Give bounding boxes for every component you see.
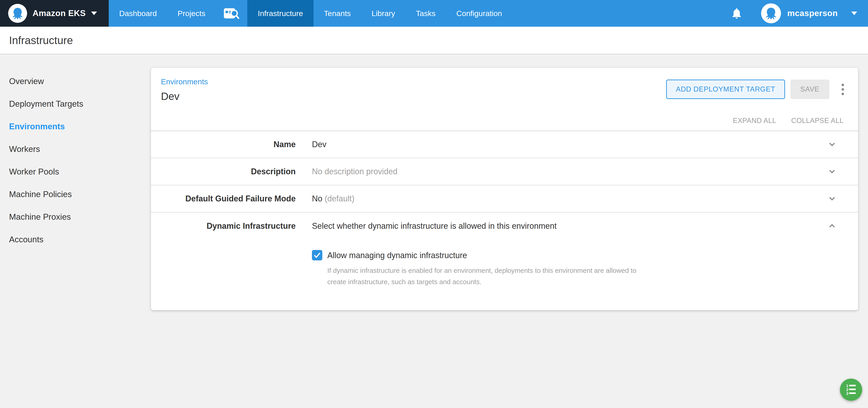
- task-summary-fab[interactable]: 1 2 3: [840, 379, 862, 401]
- bell-icon[interactable]: [730, 7, 743, 20]
- dynamic-infra-help-text: If dynamic infrastructure is enabled for…: [327, 265, 651, 287]
- chevron-down-icon[interactable]: [827, 166, 837, 177]
- dynamic-infrastructure-section: Allow managing dynamic infrastructure If…: [151, 240, 858, 310]
- caret-down-icon: [851, 11, 857, 15]
- sidebar-item-machine-proxies[interactable]: Machine Proxies: [0, 206, 149, 228]
- nav-item-projects[interactable]: Projects: [167, 0, 216, 27]
- environment-title: Dev: [161, 90, 208, 102]
- save-button[interactable]: SAVE: [790, 80, 829, 99]
- row-description-value: No description provided: [312, 167, 827, 176]
- allow-dynamic-infra-checkbox[interactable]: [312, 250, 322, 260]
- row-guided-failure-label: Default Guided Failure Mode: [151, 194, 296, 203]
- svg-text:3: 3: [846, 391, 848, 396]
- sidebar-item-deployment-targets[interactable]: Deployment Targets: [0, 93, 149, 115]
- caret-down-icon: [91, 11, 97, 15]
- row-description-label: Description: [151, 167, 296, 176]
- page-title: Infrastructure: [9, 34, 73, 46]
- row-guided-failure-value: No (default): [312, 194, 827, 203]
- space-name: Amazon EKS: [33, 8, 86, 18]
- username: mcasperson: [787, 8, 838, 18]
- row-guided-failure-mode[interactable]: Default Guided Failure Mode No (default): [151, 185, 858, 213]
- expand-collapse-bar: EXPAND ALL COLLAPSE ALL: [151, 111, 858, 131]
- search-icon[interactable]: [216, 0, 247, 27]
- add-deployment-target-button[interactable]: ADD DEPLOYMENT TARGET: [666, 80, 785, 99]
- nav-item-tasks[interactable]: Tasks: [405, 0, 446, 27]
- row-name-value: Dev: [312, 140, 827, 149]
- environment-card: Environments Dev ADD DEPLOYMENT TARGET S…: [151, 68, 858, 310]
- page-title-bar: Infrastructure: [0, 27, 868, 54]
- space-switcher[interactable]: Amazon EKS: [0, 0, 109, 27]
- card-actions: ADD DEPLOYMENT TARGET SAVE: [666, 80, 848, 99]
- numbered-list-icon: 1 2 3: [844, 383, 858, 396]
- chevron-down-icon[interactable]: [827, 193, 837, 204]
- overflow-menu-icon[interactable]: [837, 81, 848, 98]
- card-header-left: Environments Dev: [161, 77, 208, 102]
- nav-item-infrastructure[interactable]: Infrastructure: [247, 0, 313, 27]
- row-name[interactable]: Name Dev: [151, 131, 858, 158]
- sidebar-item-environments[interactable]: Environments: [0, 115, 149, 138]
- avatar: [761, 3, 781, 23]
- allow-dynamic-infra-option: Allow managing dynamic infrastructure: [312, 250, 858, 261]
- nav-item-tenants[interactable]: Tenants: [313, 0, 361, 27]
- row-dynamic-infra-label: Dynamic Infrastructure: [151, 221, 296, 231]
- chevron-up-icon[interactable]: [827, 221, 837, 231]
- user-menu[interactable]: mcasperson: [761, 3, 857, 23]
- row-dynamic-infra-summary: Select whether dynamic infrastructure is…: [312, 221, 827, 231]
- octopus-logo-icon: [8, 4, 27, 23]
- row-description[interactable]: Description No description provided: [151, 158, 858, 185]
- nav-item-dashboard[interactable]: Dashboard: [109, 0, 167, 27]
- sidebar: Overview Deployment Targets Environments…: [0, 54, 149, 251]
- expand-all-button[interactable]: EXPAND ALL: [733, 117, 776, 125]
- top-navbar: Amazon EKS Dashboard Projects Infrastruc…: [0, 0, 868, 27]
- row-dynamic-infrastructure[interactable]: Dynamic Infrastructure Select whether dy…: [151, 213, 858, 240]
- chevron-down-icon[interactable]: [827, 139, 837, 150]
- allow-dynamic-infra-label[interactable]: Allow managing dynamic infrastructure: [327, 250, 467, 261]
- content-area: Overview Deployment Targets Environments…: [0, 54, 868, 408]
- collapse-all-button[interactable]: COLLAPSE ALL: [791, 117, 844, 125]
- sidebar-item-overview[interactable]: Overview: [0, 70, 149, 93]
- sidebar-item-machine-policies[interactable]: Machine Policies: [0, 183, 149, 206]
- row-name-label: Name: [151, 140, 296, 149]
- breadcrumb[interactable]: Environments: [161, 77, 208, 86]
- nav-item-library[interactable]: Library: [361, 0, 405, 27]
- nav-right-section: mcasperson: [730, 0, 868, 27]
- nav-item-configuration[interactable]: Configuration: [446, 0, 513, 27]
- sidebar-item-workers[interactable]: Workers: [0, 138, 149, 160]
- sidebar-item-accounts[interactable]: Accounts: [0, 228, 149, 251]
- sidebar-item-worker-pools[interactable]: Worker Pools: [0, 160, 149, 183]
- nav-menu: Dashboard Projects Infrastructure Tenant…: [109, 0, 513, 27]
- card-header: Environments Dev ADD DEPLOYMENT TARGET S…: [151, 68, 858, 111]
